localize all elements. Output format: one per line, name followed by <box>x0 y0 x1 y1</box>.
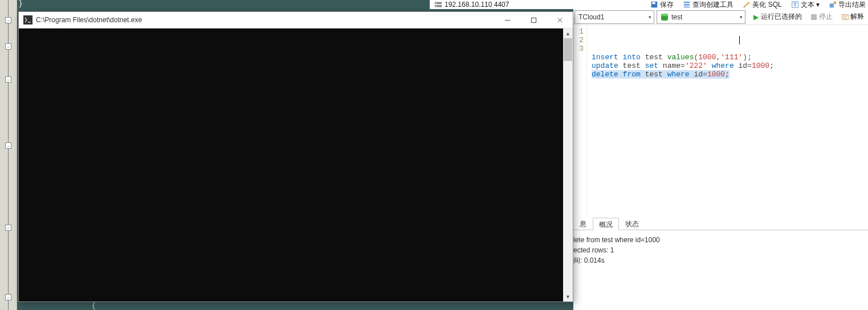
titlebar[interactable]: C:\Program Files\dotnet\dotnet.exe <box>19 12 573 28</box>
result-time: 间: 0.014s <box>573 255 868 266</box>
tab-profile[interactable]: 概况 <box>593 218 619 230</box>
bg-code-peek-top: } <box>18 0 23 8</box>
line-number: 3 <box>573 44 584 53</box>
app-icon <box>23 15 32 25</box>
svg-rect-8 <box>684 7 690 8</box>
export-result-button[interactable]: 导出结果 <box>826 0 868 9</box>
result-body: lete from test where id=1000 ected rows:… <box>573 230 868 310</box>
result-tabs: 息 概况 状态 <box>573 217 868 230</box>
chevron-down-icon: ▾ <box>649 14 651 20</box>
server-address: 192.168.10.110 4407 <box>445 1 509 9</box>
fold-toggle-icon[interactable]: - <box>5 17 11 23</box>
explain-button[interactable]: 解释 <box>838 10 867 24</box>
play-icon: ▶ <box>753 13 759 21</box>
svg-point-12 <box>661 13 668 16</box>
svg-rect-14 <box>23 15 32 25</box>
line-number: 2 <box>573 36 584 44</box>
scroll-thumb[interactable] <box>564 38 572 61</box>
toolbar-connection-run: TCloud1 ▾ test ▾ ▶ 运行已选择的 停止 解释 <box>573 9 868 25</box>
save-button[interactable]: 保存 <box>648 0 676 9</box>
server-icon <box>434 1 442 9</box>
toolbar-top: 192.168.10.110 4407 保存 查询创建工具 美化 SQL 文本 … <box>430 0 868 9</box>
sql-editor[interactable]: 123 insert into test values(1000,'111');… <box>573 25 868 217</box>
svg-point-3 <box>436 6 437 7</box>
text-cursor <box>739 36 740 44</box>
fold-toggle-icon[interactable]: - <box>5 142 11 149</box>
console-window: C:\Program Files\dotnet\dotnet.exe ▲ ▼ <box>18 11 573 302</box>
console-body[interactable] <box>19 28 573 301</box>
result-query: lete from test where id=1000 <box>573 235 868 245</box>
tab-info[interactable]: 息 <box>573 217 593 230</box>
chevron-down-icon: ▾ <box>740 14 743 20</box>
wand-icon <box>743 1 751 9</box>
code-line[interactable]: delete from test where id=1000; <box>592 70 868 79</box>
svg-rect-7 <box>684 4 690 6</box>
stop-icon <box>811 14 817 20</box>
svg-rect-15 <box>531 18 536 22</box>
svg-rect-6 <box>684 2 690 3</box>
console-scrollbar[interactable]: ▲ ▼ <box>563 28 573 301</box>
maximize-button[interactable] <box>520 12 547 28</box>
minimize-button[interactable] <box>494 12 520 28</box>
database-select[interactable]: test ▾ <box>657 10 745 24</box>
export-icon <box>829 1 837 9</box>
stop-button[interactable]: 停止 <box>808 10 836 24</box>
tab-status[interactable]: 状态 <box>619 217 645 230</box>
svg-rect-5 <box>653 2 655 5</box>
fold-toggle-icon[interactable]: - <box>5 225 11 231</box>
text-icon <box>791 1 799 9</box>
code-line[interactable]: insert into test values(1000,'111'); <box>592 53 868 62</box>
fold-toggle-icon[interactable]: - <box>5 43 11 50</box>
code-line[interactable]: update test set name='222' where id=1000… <box>592 62 868 70</box>
database-icon <box>659 12 670 22</box>
run-selected-button[interactable]: ▶ 运行已选择的 <box>750 10 805 24</box>
bg-code-peek-bottom: { <box>91 301 96 310</box>
query-tool-icon <box>683 1 691 9</box>
beautify-sql-button[interactable]: 美化 SQL <box>740 0 784 9</box>
scroll-down-arrow-icon[interactable]: ▼ <box>563 292 573 301</box>
svg-point-2 <box>436 3 437 4</box>
editor-gutter: 123 <box>573 25 587 217</box>
text-menu-button[interactable]: 文本 ▾ <box>789 0 822 9</box>
scroll-up-arrow-icon[interactable]: ▲ <box>563 28 573 38</box>
query-builder-button[interactable]: 查询创建工具 <box>680 0 736 9</box>
connection-select[interactable]: TCloud1 ▾ <box>574 10 654 24</box>
fold-toggle-icon[interactable]: - <box>5 294 11 300</box>
explain-icon <box>842 14 849 21</box>
save-icon <box>650 1 658 9</box>
close-button[interactable] <box>547 12 573 28</box>
fold-toggle-icon[interactable]: - <box>5 76 11 83</box>
editor-code[interactable]: insert into test values(1000,'111');upda… <box>587 25 868 217</box>
window-title: C:\Program Files\dotnet\dotnet.exe <box>36 16 494 24</box>
line-number: 1 <box>573 27 584 36</box>
result-rows: ected rows: 1 <box>573 245 868 255</box>
